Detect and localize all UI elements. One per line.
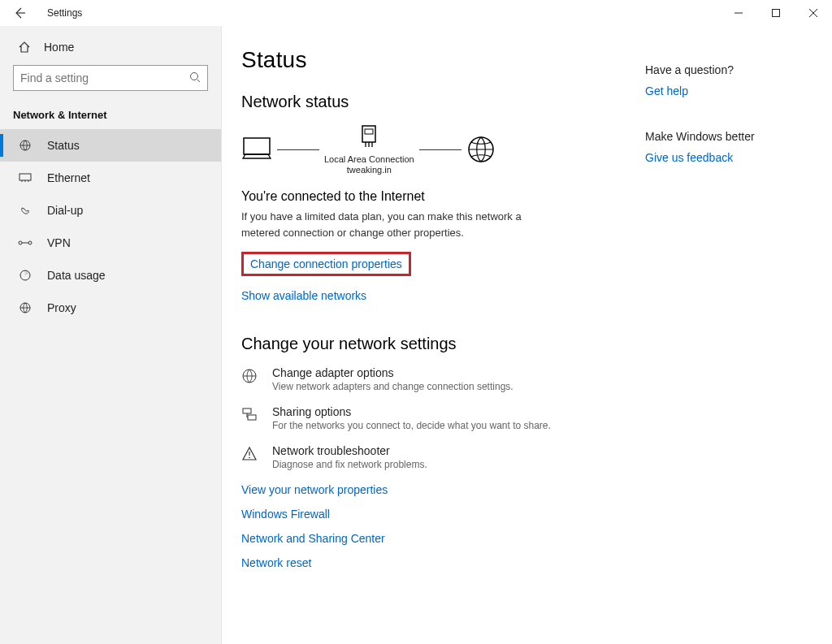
- option-adapter[interactable]: Change adapter options View network adap…: [241, 366, 621, 392]
- windows-firewall-link[interactable]: Windows Firewall: [241, 508, 621, 521]
- svg-rect-13: [243, 408, 251, 413]
- nav-datausage[interactable]: Data usage: [0, 259, 221, 292]
- troubleshoot-icon: [241, 444, 259, 462]
- show-available-networks-link[interactable]: Show available networks: [241, 289, 621, 302]
- home-label: Home: [44, 41, 74, 54]
- aside-question: Have a question?: [645, 63, 808, 76]
- option-desc: View network adapters and change connect…: [272, 381, 514, 392]
- nav-dialup[interactable]: Dial-up: [0, 194, 221, 227]
- connected-title: You're connected to the Internet: [241, 189, 621, 204]
- option-title: Change adapter options: [272, 366, 514, 379]
- page-title: Status: [241, 47, 621, 73]
- connected-desc: If you have a limited data plan, you can…: [241, 209, 534, 240]
- home-nav[interactable]: Home: [0, 31, 221, 65]
- option-sharing[interactable]: Sharing options For the networks you con…: [241, 405, 621, 431]
- network-diagram: Local Area Connection tweaking.in: [241, 124, 621, 175]
- maximize-button[interactable]: [757, 0, 795, 26]
- nav-label: Dial-up: [47, 204, 83, 217]
- vpn-icon: [18, 237, 32, 249]
- nav-label: Ethernet: [47, 171, 90, 184]
- nav-label: Proxy: [47, 301, 76, 314]
- svg-rect-10: [365, 129, 373, 134]
- svg-rect-3: [20, 174, 31, 180]
- connection-domain: tweaking.in: [347, 165, 392, 175]
- connection-name: Local Area Connection: [324, 153, 414, 165]
- nav-label: Status: [47, 139, 80, 152]
- svg-point-15: [249, 457, 250, 459]
- sharing-icon: [241, 405, 259, 423]
- close-button[interactable]: [795, 0, 832, 26]
- datausage-icon: [18, 269, 32, 282]
- computer-icon: [241, 136, 272, 163]
- nav-label: Data usage: [47, 269, 106, 282]
- search-input-wrap[interactable]: [13, 65, 208, 91]
- proxy-icon: [18, 301, 32, 314]
- search-icon: [189, 71, 201, 83]
- main-content: Status Network status Local Area Connect…: [241, 41, 621, 644]
- svg-rect-14: [248, 415, 256, 420]
- change-connection-properties-link[interactable]: Change connection properties: [250, 257, 402, 270]
- category-header: Network & Internet: [0, 101, 221, 129]
- window-title: Settings: [32, 7, 82, 19]
- dialup-icon: [18, 204, 32, 217]
- network-status-heading: Network status: [241, 93, 621, 111]
- adapter-icon: [358, 124, 380, 149]
- nav-ethernet[interactable]: Ethernet: [0, 162, 221, 194]
- option-title: Network troubleshooter: [272, 444, 427, 457]
- svg-point-1: [191, 73, 198, 80]
- diagram-line: [419, 149, 462, 150]
- ethernet-icon: [18, 171, 32, 184]
- network-reset-link[interactable]: Network reset: [241, 556, 621, 569]
- svg-point-4: [19, 241, 22, 244]
- option-desc: For the networks you connect to, decide …: [272, 420, 551, 431]
- nav-proxy[interactable]: Proxy: [0, 292, 221, 324]
- aside: Have a question? Get help Make Windows b…: [645, 41, 808, 644]
- highlight-box: Change connection properties: [241, 252, 411, 276]
- adapter-options-icon: [241, 366, 259, 384]
- network-sharing-center-link[interactable]: Network and Sharing Center: [241, 532, 621, 545]
- diagram-line: [277, 149, 319, 150]
- home-icon: [18, 41, 31, 54]
- svg-rect-0: [773, 10, 780, 17]
- option-title: Sharing options: [272, 405, 551, 418]
- search-input[interactable]: [14, 66, 207, 90]
- minimize-button[interactable]: [720, 0, 757, 26]
- option-troubleshooter[interactable]: Network troubleshooter Diagnose and fix …: [241, 444, 621, 470]
- view-network-properties-link[interactable]: View your network properties: [241, 483, 621, 496]
- svg-rect-8: [244, 138, 270, 154]
- get-help-link[interactable]: Get help: [645, 84, 688, 97]
- aside-question: Make Windows better: [645, 130, 808, 143]
- status-icon: [18, 139, 32, 152]
- nav-vpn[interactable]: VPN: [0, 227, 221, 259]
- globe-icon: [466, 135, 496, 164]
- nav-label: VPN: [47, 236, 71, 249]
- nav-status[interactable]: Status: [0, 129, 221, 162]
- change-network-settings-heading: Change your network settings: [241, 335, 621, 353]
- option-desc: Diagnose and fix network problems.: [272, 459, 427, 470]
- feedback-link[interactable]: Give us feedback: [645, 151, 733, 164]
- sidebar: Home Network & Internet Status: [0, 26, 222, 644]
- back-button[interactable]: [6, 6, 32, 19]
- svg-point-5: [28, 241, 32, 244]
